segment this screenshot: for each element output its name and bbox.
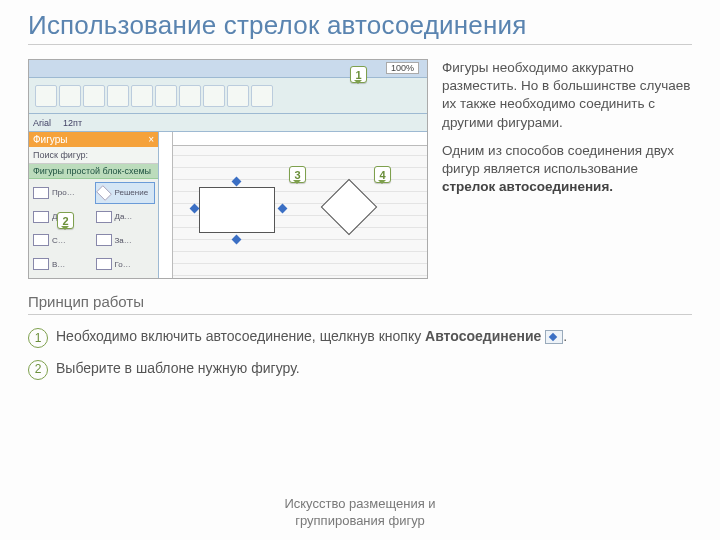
shapes-panel-title: Фигуры bbox=[33, 134, 67, 145]
ribbon bbox=[29, 78, 427, 114]
paragraph-1: Фигуры необходимо аккуратно разместить. … bbox=[442, 59, 692, 132]
shapes-panel: Фигуры × Поиск фигур: Фигуры простой бло… bbox=[29, 132, 159, 278]
stencil-item[interactable]: Про… bbox=[33, 183, 92, 203]
stencil-item-label: За… bbox=[115, 236, 132, 245]
footer-line2: группирования фигур bbox=[295, 513, 425, 528]
ribbon-button[interactable] bbox=[83, 85, 105, 107]
text-span: Необходимо включить автосоединение, щелк… bbox=[56, 328, 425, 344]
stencil-item[interactable]: В… bbox=[33, 254, 92, 274]
callout-4: 4 bbox=[374, 166, 391, 183]
ribbon-button[interactable] bbox=[35, 85, 57, 107]
footer-line1: Искусство размещения и bbox=[284, 496, 435, 511]
stencil-item-label: В… bbox=[52, 260, 65, 269]
stencil-item-label: Про… bbox=[52, 188, 75, 197]
paragraph-2: Одним из способов соединения двух фигур … bbox=[442, 142, 692, 197]
toolbar: Arial 12пт bbox=[29, 114, 427, 132]
text-span: Одним из способов соединения двух фигур … bbox=[442, 143, 674, 176]
section-heading: Принцип работы bbox=[28, 293, 692, 315]
drawing-canvas[interactable]: 3 4 bbox=[159, 132, 427, 278]
diamond-shape[interactable] bbox=[321, 179, 378, 236]
ribbon-button[interactable] bbox=[203, 85, 225, 107]
steps-list: Необходимо включить автосоединение, щелк… bbox=[28, 327, 692, 378]
slide-title: Использование стрелок автосоединения bbox=[28, 10, 692, 45]
rectangle-shape[interactable] bbox=[199, 187, 275, 233]
stencil-item[interactable]: За… bbox=[96, 231, 155, 251]
ribbon-button[interactable] bbox=[179, 85, 201, 107]
tb-font: Arial bbox=[33, 118, 51, 128]
step-2: Выберите в шаблоне нужную фигуру. bbox=[28, 359, 692, 379]
shapes-panel-header: Фигуры × bbox=[29, 132, 158, 147]
autoconnect-button-icon bbox=[545, 330, 563, 344]
text-bold: Автосоединение bbox=[425, 328, 541, 344]
tb-size: 12пт bbox=[63, 118, 82, 128]
shapes-category[interactable]: Фигуры простой блок-схемы bbox=[29, 164, 158, 179]
titlebar bbox=[29, 60, 427, 78]
stencil-item-selected[interactable]: Решение bbox=[96, 183, 155, 203]
stencil-item-label: С… bbox=[52, 236, 66, 245]
step-1: Необходимо включить автосоединение, щелк… bbox=[28, 327, 692, 347]
ribbon-button[interactable] bbox=[155, 85, 177, 107]
description-text: Фигуры необходимо аккуратно разместить. … bbox=[442, 59, 692, 279]
text-bold: стрелок автосоединения. bbox=[442, 179, 613, 194]
text-span: . bbox=[563, 328, 567, 344]
stencil-item[interactable]: Да… bbox=[96, 207, 155, 227]
autoconnect-arrow-icon[interactable] bbox=[232, 177, 242, 187]
callout-1: 1 bbox=[350, 66, 367, 83]
close-icon[interactable]: × bbox=[148, 134, 154, 145]
ribbon-button[interactable] bbox=[251, 85, 273, 107]
stencil-item-label: Решение bbox=[115, 188, 149, 197]
ruler-horizontal bbox=[159, 132, 427, 146]
stencil-item-label: Го… bbox=[115, 260, 131, 269]
ribbon-button[interactable] bbox=[107, 85, 129, 107]
app-screenshot: 100% Arial 12пт Фигуры × Поиск фигу bbox=[28, 59, 428, 279]
callout-3: 3 bbox=[289, 166, 306, 183]
shapes-search-label: Поиск фигур: bbox=[29, 147, 158, 164]
ribbon-button[interactable] bbox=[131, 85, 153, 107]
stencil-item-label: Да… bbox=[115, 212, 133, 221]
ribbon-button[interactable] bbox=[227, 85, 249, 107]
stencil-item[interactable]: Го… bbox=[96, 254, 155, 274]
autoconnect-arrow-icon[interactable] bbox=[232, 235, 242, 245]
autoconnect-arrow-icon[interactable] bbox=[278, 204, 288, 214]
zoom-indicator: 100% bbox=[386, 62, 419, 74]
ribbon-button[interactable] bbox=[59, 85, 81, 107]
ruler-vertical bbox=[159, 132, 173, 278]
callout-2: 2 bbox=[57, 212, 74, 229]
slide-footer: Искусство размещения и группирования фиг… bbox=[0, 496, 720, 530]
autoconnect-arrow-icon[interactable] bbox=[190, 204, 200, 214]
